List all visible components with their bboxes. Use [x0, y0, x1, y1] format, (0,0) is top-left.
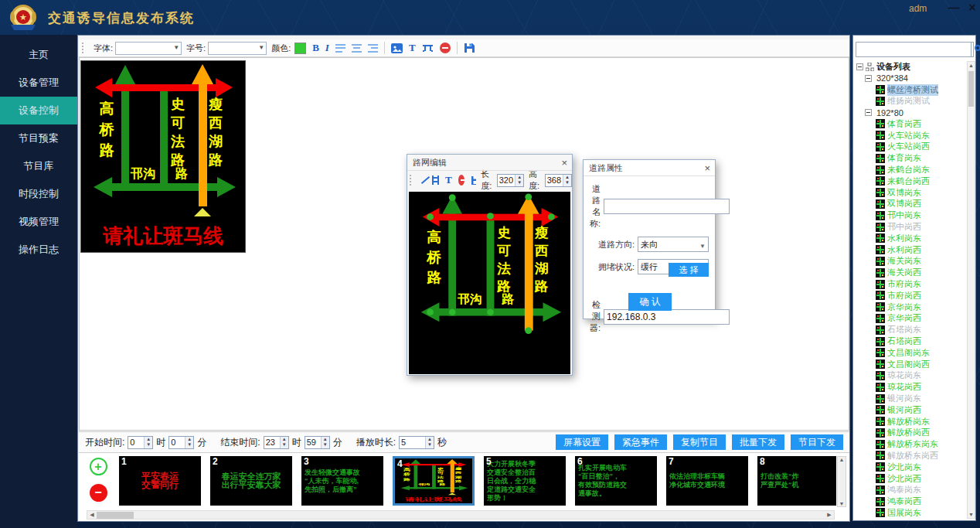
led-sign-preview[interactable]: 高桥路史可法路瘦西湖路邗沟路请礼让斑马线: [81, 61, 245, 252]
tree-device-解放桥岗东[interactable]: 解放桥岗东: [855, 416, 966, 428]
frame-thumbnail-2[interactable]: 2春运安全连万家出行平安靠大家: [210, 456, 292, 506]
tree-device-水利岗东[interactable]: 水利岗东: [855, 233, 966, 244]
sidebar-item-主页[interactable]: 主页: [0, 41, 77, 69]
device-search-input[interactable]: [856, 42, 971, 57]
remove-frame-button[interactable]: −: [90, 484, 107, 502]
tree-device-双博岗东[interactable]: 双博岗东: [855, 187, 966, 199]
close-button[interactable]: ×: [963, 0, 980, 17]
tree-device-火车站岗东[interactable]: 火车站岗东: [855, 130, 966, 141]
bold-button[interactable]: B: [312, 42, 319, 54]
tree-device-来鹤台岗西[interactable]: 来鹤台岗西: [855, 175, 966, 187]
collapse-icon[interactable]: [856, 63, 863, 70]
font-size-select[interactable]: ▼: [208, 42, 267, 55]
start-min-spinner[interactable]: 0 ▲▼: [168, 436, 194, 449]
frame-thumbnail-3[interactable]: 3发生轻微交通事故“人未伤，车能动,先拍照，后撤离”: [301, 456, 383, 506]
tree-device-火车站岗西[interactable]: 火车站岗西: [855, 141, 966, 153]
up-icon[interactable]: ▲: [145, 437, 152, 442]
frame-thumbnail-1[interactable]: 1平安春运交警同行: [119, 456, 201, 506]
tree-device-邗中岗西[interactable]: 邗中岗西: [855, 221, 966, 233]
scroll-right-icon[interactable]: ▶: [825, 512, 834, 518]
delete-icon[interactable]: [440, 43, 451, 53]
tree-device-文昌阁岗东[interactable]: 文昌阁岗东: [855, 347, 966, 359]
minimize-button[interactable]: —: [944, 0, 963, 17]
tree-device-京华岗西[interactable]: 京华岗西: [855, 313, 966, 325]
tree-device-体育岗西[interactable]: 体育岗西: [855, 118, 966, 130]
scroll-up-icon[interactable]: ▲: [839, 457, 845, 462]
road-direction-select[interactable]: 来向 ▼: [638, 237, 709, 252]
tree-root-设备列表[interactable]: 设备列表: [855, 61, 966, 73]
up-icon[interactable]: ▲: [281, 437, 288, 442]
tree-group-192*80[interactable]: 192*80: [855, 107, 966, 118]
tree-device-文昌阁岗西[interactable]: 文昌阁岗西: [855, 359, 966, 370]
height-spinner[interactable]: 368 ▲▼: [545, 174, 572, 187]
end-min-spinner[interactable]: 59 ▲▼: [305, 436, 330, 449]
action-button-批量下发[interactable]: 批量下发: [732, 434, 784, 450]
height-down-icon[interactable]: ▼: [563, 180, 571, 186]
collapse-icon[interactable]: [865, 75, 872, 82]
length-up-icon[interactable]: ▲: [516, 175, 523, 180]
roadnet-save-icon[interactable]: [471, 175, 477, 186]
down-icon[interactable]: ▼: [185, 442, 193, 448]
frame-thumbnail-6[interactable]: 6扎实开展电动车“百日整治”，有效预防道路交通事故。: [575, 456, 657, 506]
roadnet-edit-canvas[interactable]: 高桥路史可法路瘦西湖路邗沟路: [409, 192, 570, 374]
start-hour-spinner[interactable]: 0 ▲▼: [128, 436, 153, 449]
tree-device-海关岗西[interactable]: 海关岗西: [855, 267, 966, 278]
tree-scrollbar[interactable]: ▲ ▼: [967, 61, 975, 519]
up-icon[interactable]: ▲: [185, 437, 193, 442]
text-tool-icon[interactable]: T: [409, 42, 416, 54]
duration-spinner[interactable]: 5 ▲▼: [399, 436, 434, 449]
tree-device-螺丝湾桥测试[interactable]: 螺丝湾桥测试: [855, 84, 966, 96]
tree-device-来鹤台岗东[interactable]: 来鹤台岗东: [855, 164, 966, 175]
length-spinner[interactable]: 320 ▲▼: [497, 174, 524, 187]
align-center-icon[interactable]: [352, 44, 362, 53]
tree-device-鸿泰岗西[interactable]: 鸿泰岗西: [855, 496, 966, 507]
tree-device-石塔岗西[interactable]: 石塔岗西: [855, 336, 966, 347]
marquee-tool-icon[interactable]: [422, 43, 434, 53]
sidebar-item-设备管理[interactable]: 设备管理: [0, 69, 77, 97]
tree-device-解放桥东岗西[interactable]: 解放桥东岗西: [855, 450, 966, 462]
tree-device-市府岗东[interactable]: 市府岗东: [855, 278, 966, 290]
scroll-left-icon[interactable]: ◀: [87, 512, 97, 518]
sidebar-item-操作日志[interactable]: 操作日志: [0, 236, 77, 264]
font-select[interactable]: ▼: [115, 42, 182, 55]
tree-device-体育岗东[interactable]: 体育岗东: [855, 152, 966, 164]
road-props-titlebar[interactable]: 道路属性 ×: [584, 160, 715, 176]
tree-device-银河岗东[interactable]: 银河岗东: [855, 393, 966, 404]
up-icon[interactable]: ▲: [426, 437, 434, 442]
frame-thumbnail-8[interactable]: 8打击改装“炸严查严处“机: [757, 456, 836, 506]
detector-field[interactable]: [604, 309, 730, 325]
sidebar-item-视频管理[interactable]: 视频管理: [0, 208, 77, 236]
sidebar-item-设备控制[interactable]: 设备控制: [0, 97, 77, 124]
up-icon[interactable]: ▲: [322, 437, 329, 442]
scroll-down-icon[interactable]: ▼: [839, 501, 845, 506]
tree-device-琼花岗东[interactable]: 琼花岗东: [855, 370, 966, 382]
hscroll-thumb[interactable]: [97, 512, 134, 519]
tree-device-银河岗西[interactable]: 银河岗西: [855, 404, 966, 416]
frame-thumbnail-7[interactable]: 7依法治理非标车辆净化城市交通环境: [666, 456, 748, 506]
tree-device-沙北岗东[interactable]: 沙北岗东: [855, 462, 966, 473]
action-button-节目下发[interactable]: 节目下发: [791, 434, 843, 450]
tree-scroll-thumb[interactable]: [968, 71, 974, 107]
tree-device-国展岗东[interactable]: 国展岗东: [855, 507, 966, 519]
tree-device-海关岗东[interactable]: 海关岗东: [855, 256, 966, 267]
frame-thumbnail-5[interactable]: 5大力开展秋冬季交通安全整治百日会战，全力稳定道路交通安全形势！: [484, 456, 566, 506]
confirm-button[interactable]: 确 认: [628, 293, 672, 311]
tree-device-水利岗西[interactable]: 水利岗西: [855, 244, 966, 256]
sidebar-item-时段控制[interactable]: 时段控制: [0, 180, 77, 208]
down-icon[interactable]: ▼: [145, 442, 152, 448]
color-swatch[interactable]: [294, 43, 306, 54]
align-right-icon[interactable]: [368, 44, 378, 53]
action-button-屏幕设置[interactable]: 屏幕设置: [556, 434, 608, 450]
roadnet-delete-icon[interactable]: [458, 175, 464, 186]
scroll-down-icon[interactable]: ▼: [968, 512, 974, 517]
tree-device-石塔岗东[interactable]: 石塔岗东: [855, 324, 966, 336]
save-icon[interactable]: [464, 43, 475, 53]
playlist-hscrollbar[interactable]: ◀ ▶: [87, 510, 835, 519]
playlist-vscrollbar[interactable]: ▲ ▼: [837, 456, 846, 507]
tree-device-双博岗西[interactable]: 双博岗西: [855, 199, 966, 210]
select-detector-button[interactable]: 选 择: [669, 263, 709, 277]
insert-image-icon[interactable]: [391, 43, 403, 53]
tree-device-鸿泰岗东[interactable]: 鸿泰岗东: [855, 484, 966, 496]
road-name-field[interactable]: [604, 199, 730, 214]
device-search-button[interactable]: [971, 42, 974, 57]
